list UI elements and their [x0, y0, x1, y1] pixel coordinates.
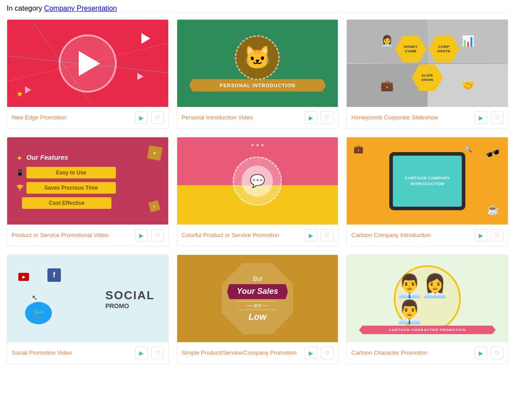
social-text: SOCIAL PROMO	[105, 288, 154, 309]
card-actions-3: ▶ ♡	[475, 111, 503, 124]
card-footer-1: New Edge Promotion ▶ ♡	[7, 107, 168, 128]
glasses-icon: 🕶️	[483, 144, 503, 163]
card-actions-8: ▶ ♡	[305, 347, 333, 359]
feature-bar-3: Cost Effective	[22, 197, 111, 209]
heart-button-3[interactable]: ♡	[491, 111, 503, 124]
heart-button-2[interactable]: ♡	[321, 111, 333, 124]
play-button-7[interactable]: ▶	[135, 347, 148, 359]
briefcase-icon: 💼	[353, 144, 363, 154]
play-button-3[interactable]: ▶	[475, 111, 487, 124]
card-actions-4: ▶ ♡	[135, 229, 164, 242]
thumb-social-promotion[interactable]: f ▶ 🐦 ↖ SOCIAL PROMO	[7, 255, 168, 342]
play-button-6[interactable]: ▶	[475, 229, 487, 242]
heart-button-1[interactable]: ♡	[151, 111, 164, 124]
thumb-cartoon-company[interactable]: CARTOON COMPANY INTRODUCTION 🕶️ ☕ 💼 🔍	[347, 137, 508, 225]
card-actions-1: ▶ ♡	[135, 111, 164, 124]
heart-button-9[interactable]: ♡	[491, 347, 503, 359]
card-footer-9: Cartoon Character Promotion ▶ ♡	[347, 342, 508, 364]
tablet-device: CARTOON COMPANY INTRODUCTION	[389, 152, 465, 210]
thumb-personal-introduction[interactable]: 🐱 PERSONAL INTRODUCTION	[177, 20, 338, 107]
card-actions-6: ▶ ♡	[475, 229, 503, 242]
play-circle	[59, 34, 117, 93]
star-deco: ✦	[16, 153, 23, 163]
play-button-8[interactable]: ▶	[305, 347, 317, 359]
feature-bar-2: Saves Precious Time	[26, 182, 116, 194]
hex-2: CORPORATE	[428, 36, 460, 63]
card-cartoon-company: CARTOON COMPANY INTRODUCTION 🕶️ ☕ 💼 🔍 Ca…	[346, 137, 508, 246]
card-footer-6: Cartoon Company Introduction ▶ ♡	[347, 225, 508, 246]
card-actions-2: ▶ ♡	[305, 111, 333, 124]
card-actions-7: ▶ ♡	[135, 347, 164, 359]
card-actions-9: ▶ ♡	[475, 347, 503, 359]
card-title-4: Product or Service Promotional Video	[12, 232, 135, 239]
character-banner: CARTOON CHARACTER PROMOTION	[359, 326, 496, 334]
card-title-1: New Edge Promotion	[12, 114, 135, 122]
thumb-cartoon-character[interactable]: 👨‍💼👩‍💼👨‍💼 CARTOON CHARACTER PROMOTION	[347, 255, 508, 342]
features-title: Our Features	[26, 153, 68, 161]
play-button-2[interactable]: ▶	[305, 111, 317, 124]
low-text: Low	[248, 312, 266, 322]
deco-square-1: ✦	[147, 145, 162, 161]
hex-row-2: SLIDESHOW	[412, 64, 443, 91]
play-button-9[interactable]: ▶	[475, 347, 487, 359]
card-footer-3: Honeycomb Corporate Slideshow ▶ ♡	[347, 107, 508, 128]
heart-button-6[interactable]: ♡	[491, 229, 503, 242]
facebook-icon: f	[47, 268, 61, 282]
cat-icon: 🐱	[243, 47, 271, 69]
cat-circle: 🐱	[235, 35, 280, 80]
triangle-bottom-left	[25, 86, 31, 93]
breadcrumb-link[interactable]: Company Presentation	[44, 4, 117, 12]
card-footer-4: Product or Service Promotional Video ▶ ♡	[7, 225, 168, 246]
heart-button-5[interactable]: ♡	[321, 229, 333, 242]
twitter-icon: 🐦	[25, 302, 52, 324]
heart-button-4[interactable]: ♡	[151, 229, 164, 242]
card-simple-product: But Your Sales — are — Low Simple Produc…	[177, 255, 339, 364]
octagon-shape: But Your Sales — are — Low	[221, 263, 293, 335]
thumb-simple-product[interactable]: But Your Sales — are — Low	[177, 255, 338, 342]
dot-1	[251, 144, 254, 146]
dots-decoration	[251, 144, 264, 146]
thumb-new-edge-promotion[interactable]: ★	[7, 20, 168, 107]
card-personal-introduction: 🐱 PERSONAL INTRODUCTION Personal Introdu…	[177, 19, 339, 129]
speech-inner-circle: 💬	[242, 165, 273, 197]
thumb-product-promo[interactable]: ✦ Our Features 📱 Easy to Use 🏆 Saves Pre…	[7, 137, 168, 225]
card-footer-8: Simple Product/Service/Company Promotion…	[177, 342, 338, 364]
personal-intro-ribbon: PERSONAL INTRODUCTION	[189, 79, 326, 92]
card-new-edge-promotion: ★ New Edge Promotion ▶ ♡	[7, 19, 169, 129]
social-sub-text: PROMO	[105, 302, 154, 309]
thumb-honeycomb-corporate[interactable]: 👩‍💼 📊 💼 🤝 HONEYCOMB CORPORATE SLIDESHOW	[347, 20, 508, 107]
card-title-3: Honeycomb Corporate Slideshow	[351, 114, 475, 122]
breadcrumb-text: In category	[7, 4, 42, 12]
dot-2	[256, 144, 259, 146]
card-cartoon-character: 👨‍💼👩‍💼👨‍💼 CARTOON CHARACTER PROMOTION Ca…	[346, 255, 508, 364]
play-button-1[interactable]: ▶	[135, 111, 148, 124]
card-title-5: Colorful Product or Service Promotion	[182, 232, 305, 239]
play-button-5[interactable]: ▶	[305, 229, 317, 242]
but-text: But	[253, 275, 262, 282]
card-title-8: Simple Product/Service/Company Promotion	[182, 349, 305, 357]
card-title-6: Cartoon Company Introduction	[351, 232, 475, 239]
card-title-2: Personal Introduction Video	[182, 114, 305, 122]
card-icon-2: 🏆	[16, 184, 24, 191]
heart-button-8[interactable]: ♡	[321, 347, 333, 359]
card-footer-2: Personal Introduction Video ▶ ♡	[177, 107, 338, 128]
search-icon-deco: 🔍	[464, 145, 472, 153]
triangle-bottom-right	[137, 73, 144, 80]
heart-button-7[interactable]: ♡	[151, 347, 164, 359]
speech-outer-circle: 💬	[233, 157, 282, 206]
play-button-4[interactable]: ▶	[135, 229, 148, 242]
card-actions-5: ▶ ♡	[305, 229, 333, 242]
card-footer-5: Colorful Product or Service Promotion ▶ …	[177, 225, 338, 246]
sales-banner: Your Sales	[227, 284, 288, 299]
card-product-promo: ✦ Our Features 📱 Easy to Use 🏆 Saves Pre…	[7, 137, 169, 246]
hex-3: SLIDESHOW	[412, 64, 443, 91]
feature-bar-1: Easy to Use	[26, 167, 116, 178]
cursor-icon: ↖	[32, 293, 38, 302]
speech-icon: 💬	[250, 174, 265, 188]
are-text: — are —	[238, 301, 277, 310]
tablet-screen: CARTOON COMPANY INTRODUCTION	[393, 156, 462, 207]
youtube-icon: ▶	[18, 273, 29, 281]
thumb-colorful-product[interactable]: 💬	[177, 137, 338, 225]
divider	[7, 13, 508, 13]
character-icons: 👨‍💼👩‍💼👨‍💼	[396, 273, 459, 325]
